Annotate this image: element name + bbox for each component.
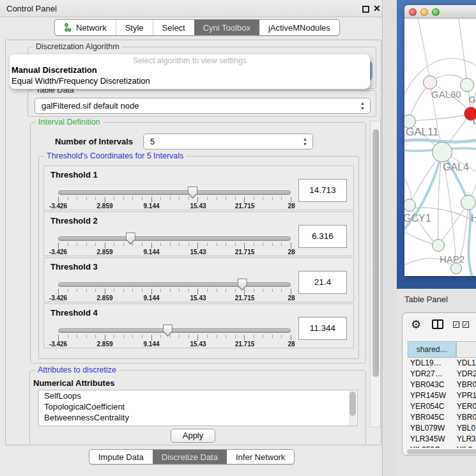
scrollbar-thumb[interactable]: [349, 392, 356, 416]
scrollbar-horizontal[interactable]: [406, 449, 476, 454]
slider-track[interactable]: [58, 190, 291, 195]
network-canvas[interactable]: GAL80GACGAL11GAL4GCY1HHAP2: [404, 19, 476, 276]
scrollbar-thumb[interactable]: [407, 449, 476, 454]
network-node-label: GAL80: [431, 89, 461, 100]
threshold-label: Threshold 3: [50, 262, 98, 272]
table-data-group: Table Data galFiltered.sif default node …: [27, 90, 376, 117]
axis-tick-label: 21.715: [235, 341, 255, 348]
close-icon[interactable]: ✕: [373, 3, 381, 13]
thresholds-group: Threshold's Coordinates for 5 Intervals …: [38, 156, 359, 359]
table-cell: YER0: [457, 402, 476, 413]
zoom-traffic-light-icon[interactable]: [432, 8, 440, 16]
tab-cyni-toolbox[interactable]: Cyni Toolbox: [194, 20, 259, 35]
axis-tick-label: 2.859: [96, 341, 112, 348]
table-cell: YER054C: [408, 402, 457, 413]
group-title: Threshold's Coordinates for 5 Intervals: [44, 151, 186, 160]
threshold-value-field[interactable]: 6.316: [298, 225, 347, 248]
network-window-titlebar[interactable]: [404, 5, 476, 19]
tab-network[interactable]: Network: [55, 20, 116, 35]
attribute-item[interactable]: BetweennessCentrality: [39, 412, 357, 423]
list-scrollbar[interactable]: [349, 391, 357, 426]
threshold-slider[interactable]: -3.4262.8599.14415.4321.71528: [58, 277, 291, 303]
network-node[interactable]: [432, 239, 445, 252]
tab-infer-network[interactable]: Infer Network: [227, 450, 294, 464]
threshold-slider[interactable]: -3.4262.8599.14415.4321.71528: [58, 231, 291, 257]
network-node[interactable]: [461, 195, 476, 210]
node-table-window: ⚙ ✓ ✓ shared… n YDL19…YDL1YDR27…YDR2YBR0…: [402, 312, 476, 456]
threshold-value-field[interactable]: 11.344: [298, 317, 347, 340]
table-cell: YDL19…: [408, 358, 457, 369]
threshold-slider[interactable]: -3.4262.8599.14415.4321.71528: [58, 185, 291, 211]
tab-jactivemnodules[interactable]: jActiveMNodules: [259, 20, 339, 35]
table-row[interactable]: YBL079WYBL0: [408, 424, 476, 434]
threshold-value-field[interactable]: 21.4: [298, 271, 347, 294]
table-row[interactable]: YIL052CYIL0: [408, 445, 476, 448]
network-node[interactable]: [423, 75, 437, 89]
tab-discretize-data[interactable]: Discretize Data: [153, 450, 227, 464]
threshold-label: Threshold 4: [50, 308, 98, 318]
attribute-item[interactable]: SelfLoops: [39, 390, 357, 401]
axis-tick-label: -3.426: [49, 295, 67, 302]
table-cell: YBR045C: [408, 413, 457, 424]
table-header-row: shared… n: [408, 341, 476, 358]
table-row[interactable]: YPR145WYPR1: [408, 391, 476, 402]
attributes-list[interactable]: SelfLoopsTopologicalCoefficientBetweenne…: [38, 390, 358, 426]
dropdown-option-equal-width[interactable]: Equal Width/Frequency Discretization: [12, 76, 150, 86]
slider-track[interactable]: [58, 282, 291, 287]
threshold-slider[interactable]: -3.4262.8599.14415.4321.71528: [58, 323, 291, 349]
column-header-shared-name[interactable]: shared…: [408, 341, 456, 358]
table-row[interactable]: YBR045CYBR0: [408, 413, 476, 424]
axis-tick-label: 28: [288, 249, 295, 256]
tab-select[interactable]: Select: [153, 20, 194, 35]
axis-tick-label: -3.426: [49, 341, 67, 348]
apply-button[interactable]: Apply: [171, 429, 215, 443]
slider-track[interactable]: [58, 236, 291, 241]
slider-track[interactable]: [58, 328, 291, 333]
scrollbar-vertical[interactable]: [370, 121, 381, 427]
spinner-icon[interactable]: ▲▼: [360, 101, 365, 111]
cyni-mode-tabs: Impute Data Discretize Data Infer Networ…: [89, 449, 295, 464]
float-window-icon[interactable]: [362, 6, 369, 13]
checkbox-icon[interactable]: ✓: [463, 321, 469, 328]
network-node[interactable]: [432, 142, 452, 162]
number-of-intervals-value: 5: [150, 137, 155, 146]
numerical-attributes-label: Numerical Attributes: [33, 378, 114, 388]
table-body: YDL19…YDL1YDR27…YDR2YBR043CYBR0YPR145WYP…: [408, 358, 476, 448]
threshold-panel: Threshold 2 -3.4262.8599.14415.4321.7152…: [43, 211, 354, 256]
column-header-name[interactable]: n: [456, 341, 476, 358]
minimize-traffic-light-icon[interactable]: [420, 8, 428, 16]
axis-ticks-major: [58, 243, 291, 249]
scrollbar-thumb[interactable]: [372, 129, 379, 377]
threshold-value-field[interactable]: 14.713: [298, 179, 347, 202]
number-of-intervals-label: Number of Intervals: [55, 137, 133, 146]
tab-label: Select: [162, 23, 185, 33]
tab-label: jActiveMNodules: [268, 23, 330, 33]
network-node-label: GA: [468, 94, 476, 105]
table-row[interactable]: YDR27…YDR2: [408, 369, 476, 380]
table-cell: YDR2: [457, 369, 476, 380]
axis-tick-label: 2.859: [96, 295, 112, 302]
gear-icon[interactable]: ⚙: [411, 318, 421, 332]
tab-impute-data[interactable]: Impute Data: [89, 450, 153, 464]
number-of-intervals-combobox[interactable]: 5 ▲▼: [143, 134, 313, 150]
table-row[interactable]: YBR043CYBR0: [408, 380, 476, 391]
column-settings-icon[interactable]: [432, 319, 443, 329]
table-row[interactable]: YLR345WYLR3: [408, 434, 476, 445]
dropdown-option-manual[interactable]: Manual Discretization: [12, 65, 97, 75]
table-row[interactable]: YDL19…YDL1: [408, 358, 476, 369]
network-node[interactable]: [460, 78, 474, 92]
algorithm-dropdown-popup: Select algorithm to view settings Manual…: [10, 54, 370, 89]
panel-divider[interactable]: [383, 0, 397, 476]
axis-tick-label: 21.715: [235, 249, 255, 256]
axis-tick-label: -3.426: [49, 249, 67, 256]
close-traffic-light-icon[interactable]: [409, 8, 417, 16]
axis-tick-label: 2.859: [96, 249, 112, 256]
attribute-item[interactable]: TopologicalCoefficient: [39, 401, 357, 412]
spinner-icon[interactable]: ▲▼: [302, 137, 308, 147]
checkbox-icon[interactable]: ✓: [453, 321, 459, 328]
table-row[interactable]: YER054CYER0: [408, 402, 476, 413]
threshold-panel: Threshold 1 -3.4262.8599.14415.4321.7152…: [43, 165, 354, 210]
group-title: Interval Definition: [36, 118, 103, 127]
tab-style[interactable]: Style: [116, 20, 153, 35]
table-data-combobox[interactable]: galFiltered.sif default node ▲▼: [35, 98, 371, 114]
